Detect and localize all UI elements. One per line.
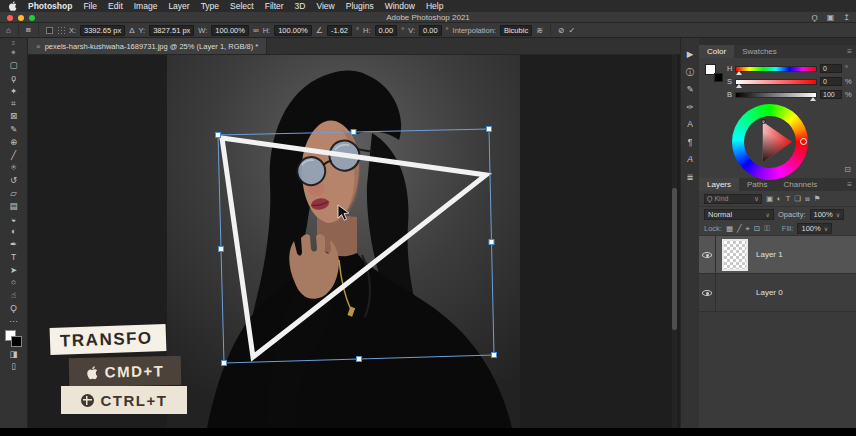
filter-shape-layers-icon[interactable]: ❏ — [794, 194, 801, 203]
brightness-value-field[interactable]: 100 — [820, 90, 842, 99]
scrollbar-thumb[interactable] — [672, 188, 677, 330]
layer-filter-dropdown[interactable]: Ϙ Kind ∨ — [704, 194, 762, 204]
hue-slider[interactable] — [735, 66, 817, 72]
glyphs-panel-icon[interactable]: A — [687, 155, 693, 164]
v-skew-field[interactable]: 0.00 — [419, 25, 442, 36]
commit-transform-icon[interactable]: ✓ — [569, 26, 576, 35]
dodge-tool[interactable]: ◐ — [4, 225, 24, 238]
y-position-field[interactable]: 3827.51 px — [149, 25, 194, 36]
workspace-icon[interactable]: ▣ — [827, 13, 835, 22]
triangle-marker[interactable] — [761, 119, 766, 124]
handle-bottom-center[interactable] — [357, 357, 362, 362]
zoom-tool[interactable]: Ϙ — [4, 302, 24, 315]
layer-name[interactable]: Layer 1 — [756, 250, 783, 259]
menu-edit[interactable]: Edit — [108, 1, 123, 11]
tab-channels[interactable]: Channels — [775, 178, 825, 191]
handle-top-left[interactable] — [216, 133, 221, 138]
hand-tool[interactable]: ☝ — [4, 289, 24, 302]
interpolation-dropdown[interactable]: Bicubic — [500, 25, 532, 36]
rectangular-marquee-tool[interactable]: ▢ — [4, 59, 24, 72]
lock-transparency-icon[interactable]: ▦ — [726, 224, 733, 233]
home-icon[interactable]: ⌂ — [6, 26, 11, 35]
gradient-tool[interactable]: ▤ — [4, 200, 24, 213]
move-tool[interactable]: ⌖ — [4, 46, 24, 59]
actions-panel-icon[interactable]: ▶ — [687, 50, 694, 59]
color-panel-fg-bg-swatch[interactable] — [705, 64, 723, 82]
handle-middle-left[interactable] — [219, 247, 224, 252]
layer-row-layer-1[interactable]: Layer 1 — [699, 236, 856, 274]
quick-selection-tool[interactable]: ✦ — [4, 84, 24, 97]
eyedropper-tool[interactable]: ✎ — [4, 123, 24, 136]
healing-brush-tool[interactable]: ⊕ — [4, 136, 24, 149]
filter-attribute-icon[interactable]: ⚑ — [814, 194, 821, 203]
screen-mode-button[interactable]: ▯ — [4, 360, 24, 373]
reference-point-locator[interactable] — [57, 26, 65, 34]
brushes-panel-icon[interactable]: ✑ — [686, 103, 693, 112]
x-position-field[interactable]: 3392.65 px — [80, 25, 125, 36]
lock-pixels-icon[interactable]: ╱ — [737, 224, 742, 233]
menu-help[interactable]: Help — [426, 1, 443, 11]
blur-tool[interactable]: ◒ — [4, 212, 24, 225]
paragraph-styles-panel-icon[interactable]: ≣ — [686, 173, 693, 182]
tab-swatches[interactable]: Swatches — [734, 45, 785, 58]
history-brush-tool[interactable]: ↺ — [4, 174, 24, 187]
width-field[interactable]: 100.00% — [211, 25, 249, 36]
layers-panel-menu-icon[interactable]: ≡ — [847, 178, 856, 191]
paragraph-panel-icon[interactable]: ¶ — [688, 138, 693, 147]
brush-settings-panel-icon[interactable]: ✎ — [686, 85, 693, 94]
delta-icon[interactable]: Δ — [129, 26, 134, 35]
transform-bounding-box[interactable] — [218, 129, 494, 363]
brush-tool[interactable]: ╱ — [4, 148, 24, 161]
brightness-slider[interactable] — [735, 92, 817, 98]
maintain-aspect-ratio-icon[interactable]: ∞ — [253, 26, 259, 35]
handle-middle-right[interactable] — [489, 240, 494, 245]
menu-photoshop[interactable]: Photoshop — [28, 1, 72, 11]
menu-filter[interactable]: Filter — [265, 1, 284, 11]
bg-color-chip[interactable] — [714, 73, 723, 82]
menu-type[interactable]: Type — [201, 1, 219, 11]
filter-smart-objects-icon[interactable]: ⧈ — [805, 194, 810, 204]
shape-tool[interactable]: ○ — [4, 276, 24, 289]
filter-adjustment-layers-icon[interactable]: ◐ — [777, 194, 782, 203]
toggle-reference-point-checkbox[interactable] — [46, 27, 53, 34]
search-icon[interactable]: Ϙ — [812, 13, 818, 22]
color-panel-corner-icon[interactable]: ⊡ — [844, 165, 851, 174]
filter-pixel-layers-icon[interactable]: ▣ — [766, 194, 773, 203]
menu-plugins[interactable]: Plugins — [346, 1, 374, 11]
edit-toolbar-button[interactable]: ⋯ — [4, 315, 24, 328]
handle-bottom-right[interactable] — [492, 353, 497, 358]
path-selection-tool[interactable]: ➤ — [4, 264, 24, 277]
saturation-value-field[interactable]: 0 — [820, 77, 842, 86]
filter-type-layers-icon[interactable]: T — [786, 194, 791, 203]
tab-color[interactable]: Color — [699, 45, 734, 58]
menu-layer[interactable]: Layer — [168, 1, 189, 11]
hue-ring-marker[interactable] — [800, 138, 807, 145]
crop-tool[interactable]: ⌗ — [4, 97, 24, 110]
lock-position-icon[interactable]: ⌖ — [746, 224, 750, 234]
menu-select[interactable]: Select — [230, 1, 254, 11]
fill-dropdown[interactable]: 100% ∨ — [797, 223, 832, 234]
share-icon[interactable]: ↥ — [843, 13, 850, 22]
menu-view[interactable]: View — [316, 1, 334, 11]
hue-value-field[interactable]: 0 — [820, 64, 842, 73]
handle-top-right[interactable] — [487, 127, 492, 132]
height-field[interactable]: 100.00% — [274, 25, 312, 36]
document-tab[interactable]: × pexels-harsh-kushwaha-1689731.jpg @ 25… — [28, 38, 267, 54]
blend-mode-dropdown[interactable]: Normal ∨ — [704, 209, 774, 220]
close-tab-icon[interactable]: × — [36, 42, 41, 51]
canvas-area[interactable]: TRANSFO CMD+T CTRL+T — [28, 55, 680, 428]
menu-window[interactable]: Window — [385, 1, 415, 11]
layer-name[interactable]: Layer 0 — [756, 288, 783, 297]
foreground-background-colors[interactable] — [5, 330, 23, 348]
menu-file[interactable]: File — [83, 1, 97, 11]
layer-visibility-toggle[interactable] — [699, 274, 716, 311]
eraser-tool[interactable]: ▱ — [4, 187, 24, 200]
transform-handles[interactable] — [216, 127, 497, 366]
tab-layers[interactable]: Layers — [699, 178, 739, 191]
color-wheel[interactable] — [732, 104, 808, 180]
menu-3d[interactable]: 3D — [295, 1, 306, 11]
quick-mask-button[interactable]: ◨ — [4, 348, 24, 361]
layer-visibility-toggle[interactable] — [699, 236, 716, 273]
apple-menu[interactable] — [8, 1, 17, 11]
saturation-slider[interactable] — [735, 79, 817, 85]
